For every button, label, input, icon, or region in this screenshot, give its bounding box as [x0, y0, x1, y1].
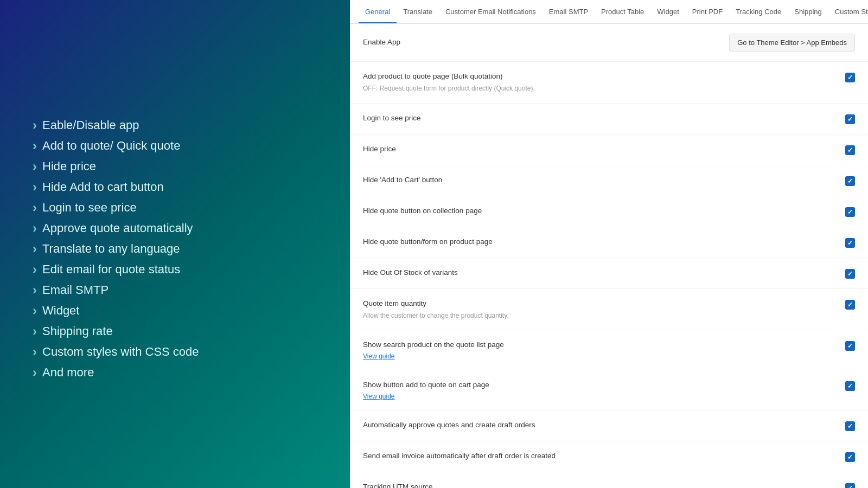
right-panel: GeneralTranslateCustomer Email Notificat… [350, 0, 868, 488]
tab-translate[interactable]: Translate [397, 0, 439, 23]
setting-row: Show search product on the quote list pa… [350, 330, 868, 370]
setting-label-group: Show button add to quote on cart pageVie… [363, 380, 845, 400]
view-guide-link[interactable]: View guide [363, 352, 834, 360]
checkbox[interactable] [845, 145, 855, 155]
setting-label-group: Hide quote button on collection page [363, 206, 845, 216]
setting-label-group: Tracking UTM source [363, 482, 845, 488]
theme-editor-button[interactable]: Go to Theme Editor > App Embeds [729, 34, 855, 52]
setting-label-group: Login to see price [363, 113, 845, 124]
feature-list-item: Hide Add to cart button [33, 179, 317, 195]
setting-label: Quote item quantity [363, 299, 834, 309]
setting-control [845, 113, 855, 124]
tab-tracking-code[interactable]: Tracking Code [729, 0, 788, 23]
feature-list-item: Edit email for quote status [33, 262, 317, 277]
enable-app-label: Enable App [363, 37, 400, 48]
setting-label: Send email invoice automatically after d… [363, 451, 834, 461]
setting-row: Hide quote button/form on product page [350, 227, 868, 258]
setting-control [845, 340, 855, 351]
checkbox[interactable] [845, 421, 855, 431]
setting-control [845, 72, 855, 82]
checkbox[interactable] [845, 114, 855, 124]
checkbox[interactable] [845, 207, 855, 217]
view-guide-link[interactable]: View guide [363, 393, 834, 400]
feature-list-item: Add to quote/ Quick quote [33, 138, 317, 153]
setting-label: Show button add to quote on cart page [363, 380, 834, 390]
feature-list-item: Widget [33, 303, 317, 318]
setting-control [845, 299, 855, 310]
tab-print-pdf[interactable]: Print PDF [686, 0, 729, 23]
setting-control [845, 380, 855, 391]
setting-control [845, 420, 855, 431]
feature-list-item: And more [33, 365, 317, 380]
feature-list-item: Login to see price [33, 200, 317, 215]
feature-list-item: Shipping rate [33, 324, 317, 339]
tab-product-table[interactable]: Product Table [595, 0, 650, 23]
feature-list: Eable/Disable appAdd to quote/ Quick quo… [33, 118, 317, 386]
feature-list-item: Translate to any language [33, 241, 317, 256]
feature-list-item: Email SMTP [33, 282, 317, 298]
checkbox[interactable] [845, 238, 855, 248]
checkbox[interactable] [845, 269, 855, 279]
setting-label-group: Show search product on the quote list pa… [363, 340, 845, 360]
setting-label-group: Hide quote button/form on product page [363, 237, 845, 247]
setting-row: Tracking UTM source [350, 472, 868, 488]
checkbox[interactable] [845, 341, 855, 351]
tab-widget[interactable]: Widget [650, 0, 685, 23]
setting-label: Hide price [363, 144, 834, 155]
setting-control [845, 451, 855, 462]
setting-label: Hide quote button/form on product page [363, 237, 834, 247]
setting-row: Hide 'Add to Cart' button [350, 165, 868, 196]
setting-label: Show search product on the quote list pa… [363, 340, 834, 350]
enable-app-row: Enable AppGo to Theme Editor > App Embed… [350, 24, 868, 62]
checkbox[interactable] [845, 452, 855, 462]
setting-row: Send email invoice automatically after d… [350, 441, 868, 472]
setting-label-group: Hide 'Add to Cart' button [363, 175, 845, 185]
setting-label: Automatically approve quotes and create … [363, 420, 834, 431]
tab-custom-styles[interactable]: Custom Styles [828, 0, 868, 23]
setting-row: Login to see price [350, 104, 868, 134]
checkbox[interactable] [845, 73, 855, 82]
setting-control [845, 206, 855, 217]
tab-shipping[interactable]: Shipping [788, 0, 828, 23]
setting-row: Automatically approve quotes and create … [350, 410, 868, 441]
checkbox[interactable] [845, 176, 855, 186]
left-panel: Eable/Disable appAdd to quote/ Quick quo… [0, 0, 350, 488]
setting-row: Hide quote button on collection page [350, 196, 868, 227]
checkbox[interactable] [845, 300, 855, 310]
setting-label: Hide Out Of Stock of variants [363, 268, 834, 278]
setting-row: Quote item quantityAllow the customer to… [350, 289, 868, 331]
setting-row: Hide price [350, 134, 868, 165]
setting-control [845, 237, 855, 248]
setting-label: Hide quote button on collection page [363, 206, 834, 216]
tab-general[interactable]: General [359, 0, 397, 23]
setting-label: Tracking UTM source [363, 482, 834, 488]
setting-label-group: Automatically approve quotes and create … [363, 420, 845, 431]
setting-label-group: Hide Out Of Stock of variants [363, 268, 845, 278]
setting-label-group: Hide price [363, 144, 845, 155]
tab-email-smtp[interactable]: Email SMTP [542, 0, 595, 23]
settings-content[interactable]: Enable AppGo to Theme Editor > App Embed… [350, 24, 868, 488]
feature-list-item: Approve quote automatically [33, 221, 317, 236]
setting-label: Hide 'Add to Cart' button [363, 175, 834, 185]
checkbox[interactable] [845, 483, 855, 488]
setting-sub-text: Allow the customer to change the product… [363, 311, 834, 320]
setting-control [845, 175, 855, 186]
setting-label-group: Add product to quote page (Bulk quotatio… [363, 72, 845, 93]
setting-row: Hide Out Of Stock of variants [350, 258, 868, 289]
setting-control [845, 268, 855, 279]
feature-list-item: Hide price [33, 159, 317, 174]
setting-sub-text: OFF: Request quote form for product dire… [363, 84, 834, 93]
setting-label-group: Quote item quantityAllow the customer to… [363, 299, 845, 320]
feature-list-item: Eable/Disable app [33, 118, 317, 133]
setting-control [845, 144, 855, 155]
setting-row: Show button add to quote on cart pageVie… [350, 370, 868, 410]
setting-label: Login to see price [363, 113, 834, 124]
checkbox[interactable] [845, 381, 855, 391]
setting-control [845, 482, 855, 488]
tabs-bar: GeneralTranslateCustomer Email Notificat… [350, 0, 868, 24]
setting-label-group: Send email invoice automatically after d… [363, 451, 845, 461]
setting-label: Add product to quote page (Bulk quotatio… [363, 72, 834, 82]
setting-row: Add product to quote page (Bulk quotatio… [350, 62, 868, 104]
tab-customer-email-notifications[interactable]: Customer Email Notifications [439, 0, 542, 23]
feature-list-item: Custom styles with CSS code [33, 344, 317, 359]
